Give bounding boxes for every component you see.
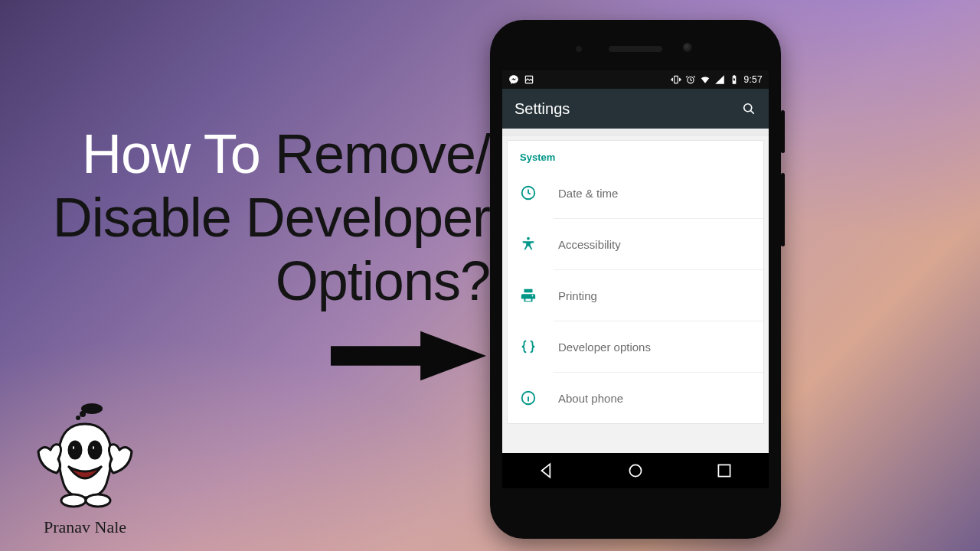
wifi-icon: [700, 74, 710, 85]
row-label: Developer options: [558, 341, 651, 354]
row-label: Accessibility: [558, 238, 621, 251]
svg-point-13: [744, 104, 752, 112]
mascot-cartoon-icon: [28, 403, 142, 517]
navigation-bar: [502, 453, 769, 488]
settings-row-date-time[interactable]: Date & time: [508, 168, 763, 218]
vibrate-icon: [671, 74, 681, 85]
front-camera: [683, 43, 692, 52]
status-bar: 9:57: [502, 70, 769, 89]
system-card: System Date & time Accessibility: [507, 140, 764, 424]
svg-point-16: [532, 295, 534, 297]
cell-signal-icon: [714, 74, 725, 85]
svg-point-7: [76, 416, 80, 420]
clock-icon: [520, 184, 537, 201]
row-label: Printing: [558, 289, 597, 302]
headline-part-2: Remove/: [275, 123, 490, 184]
settings-row-developer-options[interactable]: Developer options: [554, 321, 763, 372]
settings-content[interactable]: System Date & time Accessibility: [502, 129, 769, 488]
svg-point-4: [92, 445, 96, 451]
headline-line-2: Disable Developer: [23, 186, 490, 249]
svg-point-18: [629, 465, 641, 476]
channel-mascot: Pranav Nale: [28, 403, 142, 537]
svg-point-9: [81, 403, 103, 414]
settings-row-about-phone[interactable]: About phone: [554, 372, 763, 423]
svg-point-3: [72, 445, 76, 451]
screenshot-notif-icon: [524, 74, 534, 85]
svg-point-6: [86, 494, 110, 507]
section-header-system: System: [508, 141, 763, 168]
svg-point-15: [527, 237, 530, 240]
status-clock: 9:57: [743, 74, 763, 85]
nav-back-button[interactable]: [537, 461, 557, 481]
messenger-notif-icon: [508, 74, 519, 85]
nav-home-button[interactable]: [626, 461, 645, 481]
headline-line-3: Options?: [23, 249, 490, 313]
alarm-icon: [685, 74, 696, 85]
print-icon: [520, 287, 537, 304]
search-icon[interactable]: [741, 101, 756, 116]
phone-mockup: 9:57 Settings System: [490, 20, 781, 539]
previous-card-edge: [502, 129, 769, 135]
volume-rocker: [781, 173, 785, 246]
app-bar: Settings: [502, 89, 769, 129]
accessibility-icon: [520, 236, 537, 253]
battery-charging-icon: [729, 74, 740, 85]
svg-point-5: [61, 494, 86, 507]
phone-body: 9:57 Settings System: [490, 20, 781, 539]
app-bar-title: Settings: [514, 100, 570, 118]
settings-row-accessibility[interactable]: Accessibility: [554, 218, 763, 269]
svg-rect-19: [718, 465, 730, 476]
row-label: About phone: [558, 392, 623, 405]
headline-text: How To Remove/ Disable Developer Options…: [23, 122, 490, 312]
nav-recents-button[interactable]: [714, 461, 734, 481]
channel-name-label: Pranav Nale: [28, 517, 142, 537]
svg-rect-11: [675, 76, 678, 83]
phone-screen: 9:57 Settings System: [502, 70, 769, 488]
headline-part-1: How To: [82, 123, 275, 184]
svg-marker-0: [331, 331, 486, 380]
proximity-sensor: [576, 46, 582, 52]
power-button: [781, 110, 785, 153]
settings-row-printing[interactable]: Printing: [554, 269, 763, 321]
pointer-arrow-icon: [331, 329, 488, 383]
row-label: Date & time: [558, 187, 618, 200]
braces-icon: [520, 338, 537, 355]
thumbnail-canvas: How To Remove/ Disable Developer Options…: [0, 0, 980, 551]
earpiece: [609, 46, 662, 52]
info-icon: [520, 390, 537, 406]
